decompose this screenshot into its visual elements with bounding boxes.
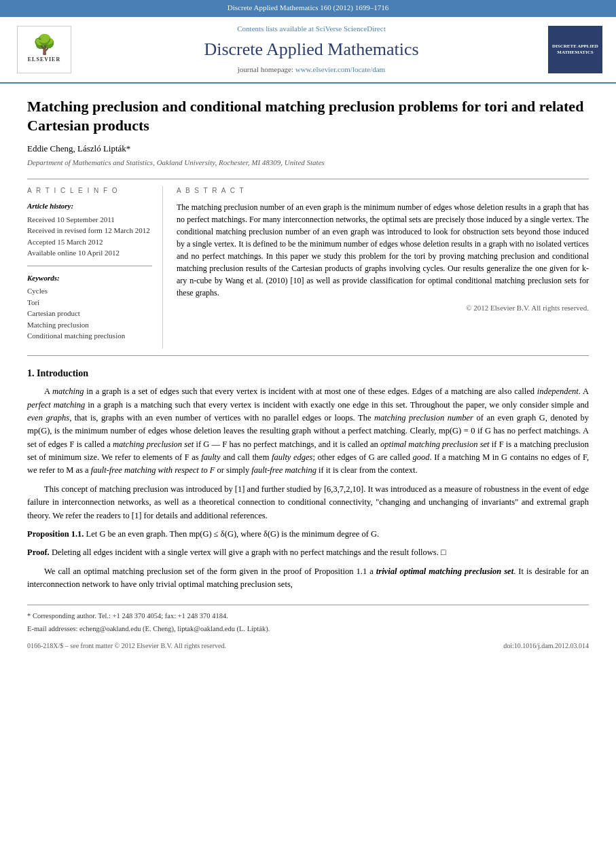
elsevier-logo: 🌳 ELSEVIER	[14, 26, 75, 73]
issn-line: 0166-218X/$ – see front matter © 2012 El…	[27, 641, 226, 651]
article-info-label: A R T I C L E I N F O	[27, 186, 152, 196]
divider-1	[27, 179, 589, 179]
affiliation: Department of Mathematics and Statistics…	[27, 158, 589, 168]
keyword-5: Conditional matching preclusion	[27, 330, 152, 342]
keyword-1: Cycles	[27, 285, 152, 297]
divider-kw	[27, 266, 152, 266]
paper-title: Matching preclusion and conditional matc…	[27, 97, 589, 136]
keyword-2: Tori	[27, 297, 152, 308]
journal-citation: Discrete Applied Mathematics 160 (2012) …	[228, 3, 388, 12]
keyword-4: Matching preclusion	[27, 319, 152, 331]
abstract-para: The matching preclusion number of an eve…	[177, 201, 589, 299]
footer-bottom: 0166-218X/$ – see front matter © 2012 El…	[27, 641, 589, 651]
elsevier-wordmark: ELSEVIER	[28, 56, 60, 63]
accepted-date: Accepted 15 March 2012	[27, 236, 152, 248]
article-history-content: Received 10 September 2011 Received in r…	[27, 214, 152, 259]
intro-para-2: This concept of matching preclusion was …	[27, 483, 589, 522]
abstract-text: The matching preclusion number of an eve…	[177, 201, 589, 299]
keywords-group: Keywords: Cycles Tori Cartesian product …	[27, 273, 152, 342]
doi-line: doi:10.1016/j.dam.2012.03.014	[503, 641, 589, 651]
received-date: Received 10 September 2011	[27, 214, 152, 226]
homepage-url: www.elsevier.com/locate/dam	[295, 65, 385, 73]
journal-header-bar: Discrete Applied Mathematics 160 (2012) …	[0, 0, 616, 16]
keywords-content: Cycles Tori Cartesian product Matching p…	[27, 285, 152, 342]
elsevier-logo-box: 🌳 ELSEVIER	[17, 26, 71, 73]
journal-cover-thumbnail: DISCRETE APPLIED MATHEMATICS	[548, 26, 602, 73]
authors: Eddie Cheng, László Lipták*	[27, 143, 589, 155]
divider-2	[27, 355, 589, 356]
footnote-email: E-mail addresses: echeng@oakland.edu (E.…	[27, 624, 589, 634]
proposition-1-1: Proposition 1.1. Let G be an even graph.…	[27, 528, 589, 541]
main-content: Matching preclusion and conditional matc…	[0, 84, 616, 664]
journal-title-block: Contents lists available at SciVerse Sci…	[81, 24, 541, 75]
online-date: Available online 10 April 2012	[27, 247, 152, 259]
copyright-line: © 2012 Elsevier B.V. All rights reserved…	[177, 303, 589, 313]
abstract-col: A B S T R A C T The matching preclusion …	[177, 186, 589, 348]
article-history-title: Article history:	[27, 201, 152, 211]
journal-homepage: journal homepage: www.elsevier.com/locat…	[81, 65, 541, 75]
elsevier-tree-icon: 🌳	[33, 35, 56, 54]
two-col-section: A R T I C L E I N F O Article history: R…	[27, 186, 589, 348]
revised-date: Received in revised form 12 March 2012	[27, 225, 152, 236]
article-info-col: A R T I C L E I N F O Article history: R…	[27, 186, 163, 348]
keyword-3: Cartesian product	[27, 308, 152, 319]
sciverse-link: Contents lists available at SciVerse Sci…	[81, 24, 541, 34]
proof-1-1: Proof. Deleting all edges incident with …	[27, 546, 589, 559]
article-history-group: Article history: Received 10 September 2…	[27, 201, 152, 258]
journal-main-title: Discrete Applied Mathematics	[81, 37, 541, 62]
body-section-intro: 1. Introduction A matching in a graph is…	[27, 367, 589, 592]
intro-para-3: We call an optimal matching preclusion s…	[27, 565, 589, 592]
sciverse-name: SciVerse ScienceDirect	[316, 24, 386, 33]
journal-meta-header: 🌳 ELSEVIER Contents lists available at S…	[0, 16, 616, 83]
page-wrapper: Discrete Applied Mathematics 160 (2012) …	[0, 0, 616, 841]
footnote-section: * Corresponding author. Tel.: +1 248 370…	[27, 605, 589, 634]
abstract-label: A B S T R A C T	[177, 186, 589, 196]
intro-para-1: A matching in a graph is a set of edges …	[27, 385, 589, 478]
intro-title: 1. Introduction	[27, 367, 589, 380]
footnote-asterisk: * Corresponding author. Tel.: +1 248 370…	[27, 611, 589, 622]
keywords-title: Keywords:	[27, 273, 152, 283]
